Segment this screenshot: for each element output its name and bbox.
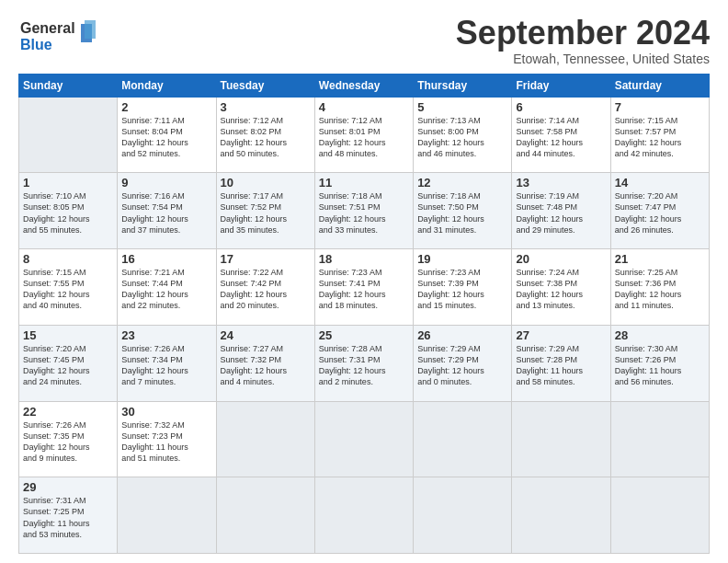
day-number: 23 xyxy=(121,328,211,342)
table-cell xyxy=(610,401,709,477)
day-number: 6 xyxy=(516,100,606,114)
table-cell: 12Sunrise: 7:18 AM Sunset: 7:50 PM Dayli… xyxy=(414,173,512,249)
day-number: 7 xyxy=(615,100,705,114)
day-number: 17 xyxy=(221,252,311,266)
table-cell: 8Sunrise: 7:15 AM Sunset: 7:55 PM Daylig… xyxy=(19,249,118,326)
day-info: Sunrise: 7:23 AM Sunset: 7:41 PM Dayligh… xyxy=(319,267,409,312)
day-number: 21 xyxy=(615,252,705,266)
table-cell: 30Sunrise: 7:32 AM Sunset: 7:23 PM Dayli… xyxy=(118,401,216,477)
table-cell: 3Sunrise: 7:12 AM Sunset: 8:02 PM Daylig… xyxy=(216,97,314,173)
day-info: Sunrise: 7:19 AM Sunset: 7:48 PM Dayligh… xyxy=(516,190,606,236)
col-thursday: Thursday xyxy=(414,74,512,97)
table-cell xyxy=(414,401,512,477)
col-monday: Monday xyxy=(118,74,216,97)
day-number: 2 xyxy=(121,100,211,114)
table-cell xyxy=(216,401,314,477)
table-cell xyxy=(19,97,118,173)
location: Etowah, Tennessee, United States xyxy=(456,52,710,66)
table-cell: 9Sunrise: 7:16 AM Sunset: 7:54 PM Daylig… xyxy=(118,173,216,249)
table-cell: 14Sunrise: 7:20 AM Sunset: 7:47 PM Dayli… xyxy=(610,173,709,249)
day-number: 19 xyxy=(417,252,507,266)
day-info: Sunrise: 7:14 AM Sunset: 7:58 PM Dayligh… xyxy=(516,115,606,160)
day-number: 10 xyxy=(221,176,311,190)
day-number: 28 xyxy=(615,328,705,342)
day-number: 15 xyxy=(23,328,113,342)
table-cell xyxy=(216,477,314,554)
col-saturday: Saturday xyxy=(610,74,709,97)
table-cell: 27Sunrise: 7:29 AM Sunset: 7:28 PM Dayli… xyxy=(512,325,610,401)
day-info: Sunrise: 7:23 AM Sunset: 7:39 PM Dayligh… xyxy=(417,267,507,312)
table-cell: 4Sunrise: 7:12 AM Sunset: 8:01 PM Daylig… xyxy=(314,97,413,173)
day-number: 29 xyxy=(23,480,113,494)
table-cell: 19Sunrise: 7:23 AM Sunset: 7:39 PM Dayli… xyxy=(414,249,512,326)
day-number: 26 xyxy=(417,328,507,342)
table-cell: 7Sunrise: 7:15 AM Sunset: 7:57 PM Daylig… xyxy=(610,97,709,173)
table-cell: 13Sunrise: 7:19 AM Sunset: 7:48 PM Dayli… xyxy=(512,173,610,249)
col-sunday: Sunday xyxy=(19,74,118,97)
day-number: 16 xyxy=(121,252,211,266)
day-number: 4 xyxy=(319,100,409,114)
day-number: 30 xyxy=(121,405,211,419)
table-row: 29Sunrise: 7:31 AM Sunset: 7:25 PM Dayli… xyxy=(19,477,710,554)
day-number: 13 xyxy=(516,176,606,190)
day-info: Sunrise: 7:26 AM Sunset: 7:34 PM Dayligh… xyxy=(121,343,211,388)
day-info: Sunrise: 7:24 AM Sunset: 7:38 PM Dayligh… xyxy=(516,267,606,312)
day-info: Sunrise: 7:30 AM Sunset: 7:26 PM Dayligh… xyxy=(615,343,705,388)
day-info: Sunrise: 7:25 AM Sunset: 7:36 PM Dayligh… xyxy=(615,267,705,312)
logo: General Blue xyxy=(18,15,101,59)
table-cell xyxy=(610,477,709,554)
month-title: September 2024 xyxy=(456,15,710,52)
day-number: 14 xyxy=(615,176,705,190)
calendar-table: Sunday Monday Tuesday Wednesday Thursday… xyxy=(18,74,710,554)
table-cell: 10Sunrise: 7:17 AM Sunset: 7:52 PM Dayli… xyxy=(216,173,314,249)
day-info: Sunrise: 7:15 AM Sunset: 7:55 PM Dayligh… xyxy=(23,267,113,312)
table-cell xyxy=(314,401,413,477)
day-info: Sunrise: 7:32 AM Sunset: 7:23 PM Dayligh… xyxy=(121,419,211,465)
table-cell: 29Sunrise: 7:31 AM Sunset: 7:25 PM Dayli… xyxy=(19,477,118,554)
day-info: Sunrise: 7:20 AM Sunset: 7:45 PM Dayligh… xyxy=(23,343,113,388)
title-block: September 2024 Etowah, Tennessee, United… xyxy=(456,15,710,66)
day-number: 22 xyxy=(23,405,113,419)
table-cell xyxy=(512,401,610,477)
table-cell: 2Sunrise: 7:11 AM Sunset: 8:04 PM Daylig… xyxy=(118,97,216,173)
day-number: 12 xyxy=(417,176,507,190)
header: General Blue September 2024 Etowah, Tenn… xyxy=(18,15,710,66)
day-number: 25 xyxy=(319,328,409,342)
day-info: Sunrise: 7:18 AM Sunset: 7:51 PM Dayligh… xyxy=(319,190,409,236)
col-tuesday: Tuesday xyxy=(216,74,314,97)
table-cell xyxy=(314,477,413,554)
table-row: 8Sunrise: 7:15 AM Sunset: 7:55 PM Daylig… xyxy=(19,249,710,326)
day-number: 5 xyxy=(417,100,507,114)
day-info: Sunrise: 7:13 AM Sunset: 8:00 PM Dayligh… xyxy=(417,115,507,160)
table-row: 15Sunrise: 7:20 AM Sunset: 7:45 PM Dayli… xyxy=(19,325,710,401)
col-wednesday: Wednesday xyxy=(314,74,413,97)
day-info: Sunrise: 7:21 AM Sunset: 7:44 PM Dayligh… xyxy=(121,267,211,312)
page: General Blue September 2024 Etowah, Tenn… xyxy=(0,0,728,563)
day-info: Sunrise: 7:29 AM Sunset: 7:29 PM Dayligh… xyxy=(417,343,507,388)
svg-text:Blue: Blue xyxy=(20,37,52,52)
table-cell: 25Sunrise: 7:28 AM Sunset: 7:31 PM Dayli… xyxy=(314,325,413,401)
table-cell xyxy=(512,477,610,554)
day-info: Sunrise: 7:12 AM Sunset: 8:01 PM Dayligh… xyxy=(319,115,409,160)
day-info: Sunrise: 7:16 AM Sunset: 7:54 PM Dayligh… xyxy=(121,190,211,236)
day-number: 27 xyxy=(516,328,606,342)
table-cell: 16Sunrise: 7:21 AM Sunset: 7:44 PM Dayli… xyxy=(118,249,216,326)
table-cell: 28Sunrise: 7:30 AM Sunset: 7:26 PM Dayli… xyxy=(610,325,709,401)
day-info: Sunrise: 7:15 AM Sunset: 7:57 PM Dayligh… xyxy=(615,115,705,160)
day-number: 18 xyxy=(319,252,409,266)
day-number: 1 xyxy=(23,176,113,190)
day-number: 20 xyxy=(516,252,606,266)
table-row: 1Sunrise: 7:10 AM Sunset: 8:05 PM Daylig… xyxy=(19,173,710,249)
table-cell xyxy=(414,477,512,554)
table-cell: 24Sunrise: 7:27 AM Sunset: 7:32 PM Dayli… xyxy=(216,325,314,401)
svg-text:General: General xyxy=(20,20,75,36)
table-cell: 23Sunrise: 7:26 AM Sunset: 7:34 PM Dayli… xyxy=(118,325,216,401)
day-number: 24 xyxy=(221,328,311,342)
table-row: 22Sunrise: 7:26 AM Sunset: 7:35 PM Dayli… xyxy=(19,401,710,477)
table-cell: 6Sunrise: 7:14 AM Sunset: 7:58 PM Daylig… xyxy=(512,97,610,173)
day-info: Sunrise: 7:18 AM Sunset: 7:50 PM Dayligh… xyxy=(417,190,507,236)
table-cell: 21Sunrise: 7:25 AM Sunset: 7:36 PM Dayli… xyxy=(610,249,709,326)
svg-marker-3 xyxy=(85,20,96,39)
col-friday: Friday xyxy=(512,74,610,97)
day-info: Sunrise: 7:31 AM Sunset: 7:25 PM Dayligh… xyxy=(23,495,113,540)
